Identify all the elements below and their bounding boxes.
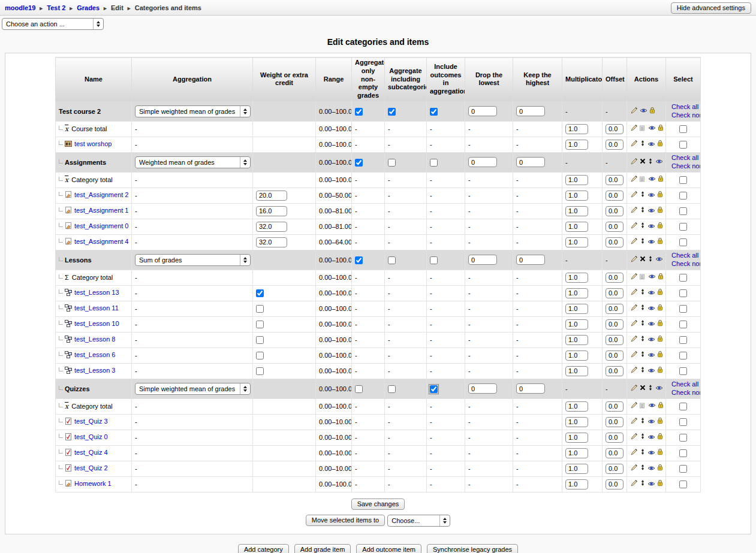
synchronise-legacy-grades-button[interactable]: Synchronise legacy grades bbox=[427, 544, 518, 553]
select-row-checkbox[interactable] bbox=[679, 321, 687, 328]
move-icon[interactable] bbox=[647, 255, 653, 265]
offset-input[interactable] bbox=[606, 479, 624, 489]
offset-input[interactable] bbox=[606, 448, 624, 458]
weight-input[interactable] bbox=[256, 237, 287, 247]
show-icon[interactable] bbox=[647, 207, 655, 216]
select-row-checkbox[interactable] bbox=[679, 125, 687, 133]
extra-credit-checkbox[interactable] bbox=[256, 289, 264, 297]
aggregation-select[interactable]: Simple weighted mean of grades bbox=[135, 105, 251, 117]
extra-credit-checkbox[interactable] bbox=[256, 336, 264, 344]
lock-icon[interactable] bbox=[657, 140, 663, 149]
lock-icon[interactable] bbox=[657, 479, 663, 489]
offset-input[interactable] bbox=[606, 401, 624, 412]
move-icon[interactable] bbox=[640, 191, 646, 200]
show-icon[interactable] bbox=[647, 464, 655, 473]
select-row-checkbox[interactable] bbox=[679, 336, 687, 344]
edit-icon[interactable] bbox=[631, 206, 638, 216]
edit-icon[interactable] bbox=[631, 107, 638, 116]
select-row-checkbox[interactable] bbox=[679, 141, 687, 149]
item-name-link[interactable]: test_Assignment 2 bbox=[74, 191, 129, 198]
offset-input[interactable] bbox=[606, 191, 624, 201]
edit-icon[interactable] bbox=[631, 479, 638, 489]
edit-icon[interactable] bbox=[631, 464, 638, 473]
item-name-link[interactable]: Homework 1 bbox=[74, 480, 112, 487]
aggregate-subcategories-checkbox[interactable] bbox=[388, 159, 396, 167]
edit-icon[interactable] bbox=[631, 319, 638, 329]
aggregate-nonempty-checkbox[interactable] bbox=[355, 256, 363, 264]
keep-highest-input[interactable] bbox=[516, 157, 545, 167]
offset-input[interactable] bbox=[606, 273, 624, 283]
weight-input[interactable] bbox=[256, 191, 287, 201]
multiplicator-input[interactable] bbox=[565, 417, 588, 427]
move-icon[interactable] bbox=[640, 140, 646, 149]
select-row-checkbox[interactable] bbox=[679, 176, 687, 184]
item-name-link[interactable]: test_Assignment 4 bbox=[74, 238, 129, 245]
aggregate-nonempty-checkbox[interactable] bbox=[355, 385, 363, 393]
delete-icon[interactable] bbox=[640, 158, 646, 167]
aggregation-select[interactable]: Weighted mean of grades bbox=[135, 156, 251, 168]
item-name-link[interactable]: test_Assignment 1 bbox=[74, 207, 129, 214]
multiplicator-input[interactable] bbox=[565, 304, 588, 314]
extra-credit-checkbox[interactable] bbox=[256, 305, 264, 313]
select-row-checkbox[interactable] bbox=[679, 207, 687, 215]
move-icon[interactable] bbox=[647, 384, 653, 394]
show-icon[interactable] bbox=[648, 401, 656, 410]
keep-highest-input[interactable] bbox=[516, 255, 545, 265]
offset-input[interactable] bbox=[606, 319, 624, 330]
delete-icon[interactable] bbox=[640, 384, 646, 393]
show-icon[interactable] bbox=[647, 418, 655, 427]
move-selected-items-button[interactable]: Move selected items to bbox=[306, 515, 385, 526]
check-all-link[interactable]: Check all bbox=[669, 103, 697, 111]
lock-icon[interactable] bbox=[657, 222, 663, 231]
item-name-link[interactable]: test_Quiz 0 bbox=[74, 433, 108, 440]
check-none-link[interactable]: Check none bbox=[669, 389, 697, 397]
edit-icon[interactable] bbox=[631, 124, 638, 134]
multiplicator-input[interactable] bbox=[565, 288, 588, 298]
select-row-checkbox[interactable] bbox=[679, 481, 687, 488]
select-row-checkbox[interactable] bbox=[679, 449, 687, 457]
hide-advanced-settings-button[interactable]: Hide advanced settings bbox=[671, 2, 751, 14]
item-name-link[interactable]: test_Lesson 13 bbox=[74, 289, 119, 296]
show-icon[interactable] bbox=[647, 191, 655, 200]
move-icon[interactable] bbox=[640, 350, 646, 360]
show-icon[interactable] bbox=[647, 449, 655, 458]
move-icon[interactable] bbox=[640, 417, 646, 427]
select-row-checkbox[interactable] bbox=[679, 403, 687, 410]
lock-icon[interactable] bbox=[657, 191, 663, 200]
extra-credit-checkbox[interactable] bbox=[256, 321, 264, 328]
choose-action-select[interactable]: Choose an action ... bbox=[2, 18, 104, 30]
edit-icon[interactable] bbox=[631, 335, 638, 345]
keep-highest-input[interactable] bbox=[516, 383, 545, 394]
show-icon[interactable] bbox=[647, 480, 655, 489]
multiplicator-input[interactable] bbox=[565, 433, 588, 443]
include-outcomes-checkbox[interactable] bbox=[430, 385, 438, 393]
lock-icon[interactable] bbox=[657, 237, 663, 247]
lock-icon[interactable] bbox=[657, 288, 663, 298]
check-none-link[interactable]: Check none bbox=[669, 260, 697, 268]
item-name-link[interactable]: test_Lesson 6 bbox=[74, 351, 116, 358]
move-icon[interactable] bbox=[640, 304, 646, 313]
show-icon[interactable] bbox=[655, 158, 663, 167]
lock-icon[interactable] bbox=[657, 335, 663, 345]
item-name-link[interactable]: test_Lesson 3 bbox=[74, 367, 116, 374]
lock-icon[interactable] bbox=[658, 273, 664, 282]
lock-icon[interactable] bbox=[649, 107, 655, 116]
multiplicator-input[interactable] bbox=[565, 273, 588, 283]
breadcrumb-item[interactable]: Grades bbox=[77, 4, 100, 11]
multiplicator-input[interactable] bbox=[565, 191, 588, 201]
offset-input[interactable] bbox=[606, 366, 624, 376]
show-icon[interactable] bbox=[647, 351, 655, 360]
edit-icon[interactable] bbox=[631, 384, 638, 394]
show-icon[interactable] bbox=[655, 255, 663, 264]
aggregate-subcategories-checkbox[interactable] bbox=[388, 385, 396, 393]
edit-icon[interactable] bbox=[631, 237, 638, 247]
offset-input[interactable] bbox=[606, 464, 624, 474]
show-icon[interactable] bbox=[648, 124, 656, 133]
edit-icon[interactable] bbox=[631, 417, 638, 427]
multiplicator-input[interactable] bbox=[565, 350, 588, 361]
lock-icon[interactable] bbox=[657, 448, 663, 458]
aggregate-nonempty-checkbox[interactable] bbox=[355, 159, 363, 167]
aggregate-nonempty-checkbox[interactable] bbox=[355, 108, 363, 116]
show-icon[interactable] bbox=[647, 238, 655, 247]
offset-input[interactable] bbox=[606, 417, 624, 427]
